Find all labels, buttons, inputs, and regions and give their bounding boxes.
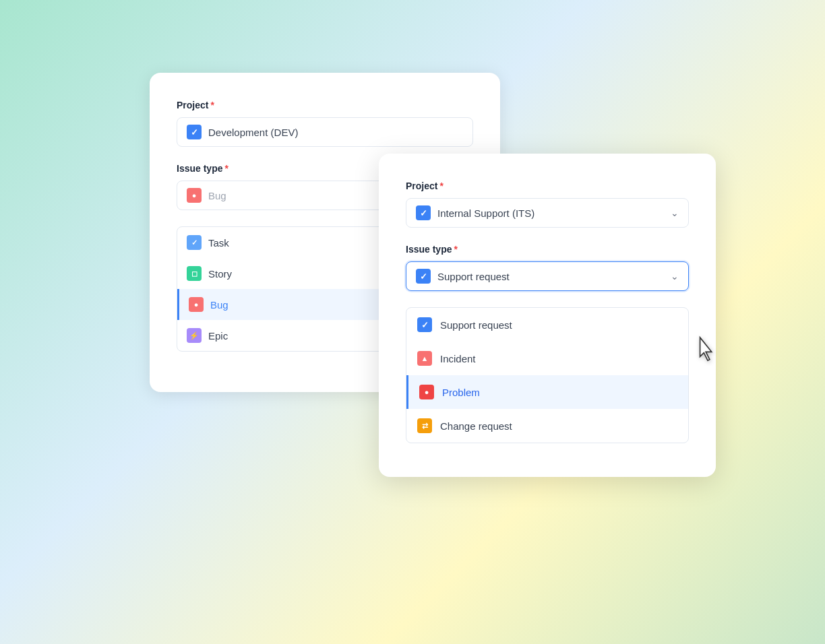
incident-icon: ▲ <box>417 351 432 366</box>
change-label: Change request <box>440 420 512 432</box>
back-bug-label: Bug <box>210 299 228 311</box>
back-project-label: Project* <box>177 100 473 110</box>
front-dropdown-problem[interactable]: ● Problem <box>406 375 688 409</box>
epic-icon: ⚡ <box>187 328 202 343</box>
front-project-chevron-icon: ⌄ <box>671 207 679 218</box>
back-epic-label: Epic <box>208 330 228 342</box>
back-bug-icon: ● <box>187 188 202 203</box>
back-project-select[interactable]: Development (DEV) <box>177 117 473 147</box>
front-issue-type-select[interactable]: Support request ⌄ <box>406 261 689 291</box>
front-project-value: Internal Support (ITS) <box>437 207 664 219</box>
back-project-field: Project* Development (DEV) <box>177 100 473 147</box>
front-project-check-icon <box>416 205 431 220</box>
problem-icon: ● <box>419 385 434 399</box>
change-icon: ⇄ <box>417 418 432 433</box>
front-project-select[interactable]: Internal Support (ITS) ⌄ <box>406 198 689 228</box>
task-icon: ✓ <box>187 235 202 250</box>
back-project-check-icon <box>187 125 202 139</box>
incident-label: Incident <box>440 353 476 364</box>
problem-label: Problem <box>442 387 480 398</box>
front-dropdown-list: Support request ▲ Incident ● Problem ⇄ C… <box>406 307 689 443</box>
support-check-icon <box>417 317 432 332</box>
front-project-label: Project* <box>406 181 689 191</box>
support-label: Support request <box>440 319 512 331</box>
front-issue-chevron-icon: ⌄ <box>671 271 679 282</box>
front-dropdown-incident[interactable]: ▲ Incident <box>406 342 688 375</box>
back-issue-type-value: Bug <box>208 190 226 201</box>
scene-container: Project* Development (DEV) Issue type* ●… <box>109 46 716 598</box>
back-story-label: Story <box>208 268 232 280</box>
back-task-label: Task <box>208 237 229 249</box>
front-card: Project* Internal Support (ITS) ⌄ Issue … <box>379 154 716 477</box>
front-project-field: Project* Internal Support (ITS) ⌄ <box>406 181 689 228</box>
front-dropdown-change[interactable]: ⇄ Change request <box>406 409 688 443</box>
front-issue-type-check-icon <box>416 269 431 284</box>
front-dropdown-support[interactable]: Support request <box>406 308 688 342</box>
front-issue-type-field: Issue type* Support request ⌄ <box>406 244 689 291</box>
back-project-value: Development (DEV) <box>208 127 463 138</box>
front-issue-type-value: Support request <box>437 271 664 282</box>
bug-icon-back: ● <box>189 297 204 312</box>
story-icon: ◻ <box>187 266 202 281</box>
front-issue-type-label: Issue type* <box>406 244 689 255</box>
